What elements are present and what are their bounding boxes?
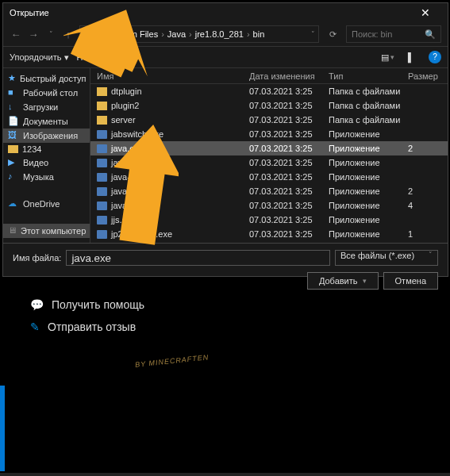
file-row[interactable]: jp2launcher.exe07.03.2021 3:25Приложение… <box>90 227 448 241</box>
sidebar-item-label: Видео <box>23 158 48 167</box>
filename-label: Имя файла: <box>13 253 61 263</box>
file-row[interactable]: jjs.exe07.03.2021 3:25Приложение <box>90 213 448 227</box>
file-name: java.exe <box>111 144 144 153</box>
filename-input[interactable] <box>66 250 330 266</box>
file-date: 07.03.2021 3:25 <box>249 215 329 225</box>
new-folder-button[interactable]: Новая папка <box>77 52 128 62</box>
file-type: Приложение <box>329 186 408 196</box>
sidebar-item[interactable]: ▶Видео <box>3 155 90 170</box>
file-type: Папка с файлами <box>329 86 408 96</box>
back-icon[interactable]: ← <box>10 29 22 40</box>
col-size-header[interactable]: Размер <box>408 71 448 81</box>
sidebar-item-label: Документы <box>23 117 68 126</box>
view-options-icon[interactable]: ▤ ▾ <box>381 52 397 63</box>
sidebar: ★Быстрый доступ■Рабочий стол↓Загрузки📄До… <box>3 68 90 243</box>
nav-row: ← → ˅ ↑ › Program Files › Java › jre1.8.… <box>3 22 448 46</box>
lower-panel: 💬 Получить помощь ✎ Отправить отзыв <box>30 298 144 343</box>
address-bar[interactable]: › Program Files › Java › jre1.8.0_281 › … <box>79 25 319 43</box>
sidebar-item <box>3 184 90 197</box>
file-date: 07.03.2021 3:25 <box>249 115 329 125</box>
mus-icon: ♪ <box>8 171 19 182</box>
exe-icon <box>97 159 107 167</box>
sidebar-item[interactable]: 🖥Этот компьютер <box>3 224 90 238</box>
sidebar-item[interactable]: ↓Загрузки <box>3 100 90 114</box>
img-icon: 🖼 <box>8 130 19 141</box>
file-open-dialog: Открытие ✕ ← → ˅ ↑ › Program Files › Jav… <box>2 2 448 277</box>
addr-dropdown-icon[interactable]: ˅ <box>311 30 315 38</box>
file-size: 2 <box>408 186 448 196</box>
file-type: Папка с файлами <box>329 115 408 125</box>
file-type: Приложение <box>329 229 408 239</box>
breadcrumb-seg[interactable]: Program Files <box>104 29 158 39</box>
sidebar-item[interactable]: ♪Музыка <box>3 170 90 184</box>
send-feedback-link[interactable]: ✎ Отправить отзыв <box>30 321 144 333</box>
file-row[interactable]: plugin207.03.2021 3:25Папка с файлами <box>90 98 448 113</box>
history-dropdown-icon[interactable]: ˅ <box>44 30 57 38</box>
forward-icon[interactable]: → <box>27 29 40 40</box>
exe-icon <box>97 230 107 239</box>
col-name-header[interactable]: Имя <box>90 71 249 81</box>
breadcrumb-seg[interactable]: bin <box>253 29 265 39</box>
sidebar-item[interactable]: ★Быстрый доступ <box>3 71 90 86</box>
file-row[interactable]: javaw.exe07.03.2021 3:25Приложение2 <box>90 184 448 198</box>
file-row[interactable]: javaws.exe07.03.2021 3:25Приложение4 <box>90 198 448 213</box>
close-icon[interactable]: ✕ <box>410 6 441 19</box>
file-row[interactable]: dtplugin07.03.2021 3:25Папка с файлами <box>90 84 448 98</box>
feedback-icon: ✎ <box>30 321 40 333</box>
sidebar-item <box>3 211 90 224</box>
preview-pane-icon[interactable]: ▐ <box>405 52 421 62</box>
sidebar-item-label: 1234 <box>22 144 41 154</box>
file-size: 2 <box>408 144 448 153</box>
sidebar-item-label: Быстрый доступ <box>20 74 87 83</box>
file-row[interactable]: java.exe07.03.2021 3:25Приложение2 <box>90 141 448 155</box>
file-row[interactable]: jabswitch.exe07.03.2021 3:25Приложение <box>90 127 448 141</box>
col-type-header[interactable]: Тип <box>329 71 408 81</box>
file-date: 07.03.2021 3:25 <box>249 172 329 182</box>
file-name: plugin2 <box>111 101 139 110</box>
file-date: 07.03.2021 3:25 <box>249 158 329 167</box>
col-date-header[interactable]: Дата изменения <box>249 71 329 81</box>
file-row[interactable]: javacpl.exe07.03.2021 3:25Приложение <box>90 155 448 170</box>
desk-icon: ■ <box>8 87 19 98</box>
open-button[interactable]: Добавить ▾ <box>307 272 379 290</box>
sidebar-item[interactable]: ■Рабочий стол <box>3 86 90 100</box>
file-date: 07.03.2021 3:25 <box>249 86 329 96</box>
up-icon[interactable]: ↑ <box>62 29 75 40</box>
sidebar-item[interactable]: ☁OneDrive <box>3 197 90 211</box>
folder-icon <box>83 30 94 39</box>
sidebar-item[interactable]: 📄Документы <box>3 114 90 129</box>
file-type: Приложение <box>329 158 408 167</box>
file-date: 07.03.2021 3:25 <box>249 129 329 139</box>
file-pane: Имя Дата изменения Тип Размер dtplugin07… <box>90 68 448 243</box>
pc-icon: 🖥 <box>8 225 17 236</box>
breadcrumb-seg[interactable]: jre1.8.0_281 <box>195 29 244 39</box>
cloud-icon: ☁ <box>8 198 19 209</box>
sidebar-item[interactable]: 1234 <box>3 143 90 155</box>
sidebar-item[interactable]: 🖼Изображения <box>3 129 90 143</box>
search-input[interactable]: Поиск: bin 🔍 <box>346 25 441 43</box>
file-header: Имя Дата изменения Тип Размер <box>90 68 448 84</box>
organize-button[interactable]: Упорядочить ▾ <box>10 52 69 63</box>
dialog-footer: Имя файла: Все файлы (*.exe) ˅ Добавить … <box>3 243 448 296</box>
file-type: Папка с файлами <box>329 101 408 110</box>
accent-bar <box>0 386 5 471</box>
fld-icon <box>8 145 18 153</box>
exe-icon <box>97 130 107 139</box>
breadcrumb-seg[interactable]: Java <box>167 29 186 39</box>
get-help-link[interactable]: 💬 Получить помощь <box>30 298 144 311</box>
file-row[interactable]: server07.03.2021 3:25Папка с файлами <box>90 113 448 127</box>
file-type: Приложение <box>329 172 408 182</box>
help-icon[interactable]: ? <box>429 51 441 63</box>
exe-icon <box>97 144 107 153</box>
titlebar: Открытие ✕ <box>3 3 448 22</box>
filter-select[interactable]: Все файлы (*.exe) ˅ <box>335 250 438 266</box>
file-name: jjs.exe <box>111 215 136 225</box>
exe-icon <box>97 173 107 182</box>
file-row[interactable]: java-rmi.exe07.03.2021 3:25Приложение <box>90 170 448 184</box>
vid-icon: ▶ <box>8 157 19 168</box>
watermark: BY MINECRAFTEN <box>135 353 210 369</box>
cancel-button[interactable]: Отмена <box>383 272 438 290</box>
folder-icon <box>97 87 107 96</box>
sidebar-item-label: OneDrive <box>23 199 60 209</box>
refresh-icon[interactable]: ⟳ <box>324 29 341 40</box>
